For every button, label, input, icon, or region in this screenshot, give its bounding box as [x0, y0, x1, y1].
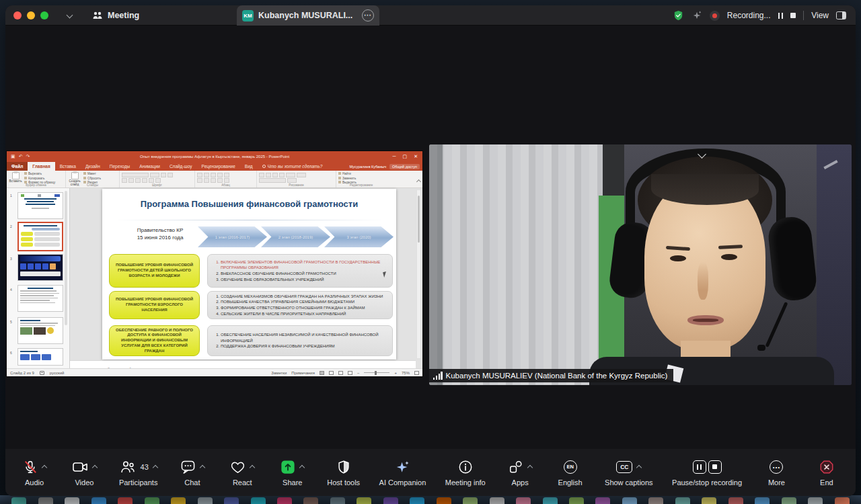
stop-recording-button[interactable]	[790, 13, 796, 18]
chat-options-chevron-icon[interactable]	[200, 465, 205, 470]
video-collapse-chevron-icon[interactable]	[699, 148, 705, 160]
ai-companion-button[interactable]: AI Companion	[379, 459, 426, 487]
react-button[interactable]: React	[227, 459, 258, 487]
interpretation-language-button[interactable]: EN English	[555, 459, 586, 487]
slideshow-view-icon[interactable]	[348, 371, 352, 375]
ppt-minimize-icon[interactable]: ─	[393, 154, 396, 159]
ppt-tab-animations[interactable]: Анимации	[135, 162, 165, 171]
audio-options-chevron-icon[interactable]	[41, 465, 46, 470]
share-options-chevron-icon[interactable]	[299, 465, 305, 470]
thumbnail-scrollbar[interactable]	[65, 191, 67, 325]
ppt-tab-design[interactable]: Дизайн	[81, 162, 105, 171]
macos-dock[interactable]	[0, 495, 861, 504]
font-color-icon[interactable]	[155, 178, 161, 183]
dock-app-icon[interactable]	[755, 497, 770, 504]
dock-app-icon[interactable]	[437, 497, 451, 504]
underline-icon[interactable]	[135, 178, 141, 183]
show-captions-button[interactable]: CC Show captions	[605, 459, 653, 487]
shape-fill-icon[interactable]	[259, 178, 286, 183]
dock-app-icon[interactable]	[224, 497, 239, 504]
grow-font-icon[interactable]	[161, 173, 166, 177]
ppt-paste-button[interactable]: Вставить	[9, 172, 22, 183]
participants-options-chevron-icon[interactable]	[153, 465, 158, 470]
align-center-icon[interactable]	[204, 178, 209, 183]
shape-ellipse-icon[interactable]	[266, 173, 271, 177]
dock-app-icon[interactable]	[569, 497, 584, 504]
quick-styles-icon[interactable]	[297, 173, 306, 177]
ppt-tab-slideshow[interactable]: Слайд-шоу	[165, 162, 197, 171]
indent-decrease-icon[interactable]	[211, 173, 216, 177]
fit-slide-icon[interactable]	[414, 371, 419, 375]
comments-toggle[interactable]: Примечания	[291, 371, 315, 375]
dock-app-icon[interactable]	[702, 497, 716, 504]
fullscreen-window-button[interactable]	[40, 11, 48, 19]
chat-button[interactable]: Chat	[177, 459, 208, 487]
ppt-tab-file[interactable]: Файл	[7, 162, 28, 171]
dock-app-icon[interactable]	[65, 497, 79, 504]
text-shadow-icon[interactable]	[142, 178, 147, 183]
notes-toggle[interactable]: Заметки	[271, 371, 287, 375]
zoom-out-icon[interactable]: −	[357, 371, 360, 375]
dock-app-icon[interactable]	[118, 497, 133, 504]
language-indicator[interactable]: русский	[50, 371, 65, 375]
dock-app-icon[interactable]	[648, 497, 663, 504]
shape-outline-icon[interactable]	[287, 178, 297, 183]
bullets-icon[interactable]	[197, 173, 202, 177]
dock-app-icon[interactable]	[808, 497, 823, 504]
dock-app-icon[interactable]	[91, 497, 106, 504]
ppt-tab-home[interactable]: Главная	[28, 162, 54, 171]
columns-icon[interactable]	[224, 178, 229, 183]
dock-app-icon[interactable]	[410, 497, 424, 504]
reading-view-icon[interactable]	[338, 371, 343, 375]
share-button[interactable]: Share	[277, 459, 308, 487]
font-name-box[interactable]	[122, 173, 149, 177]
dock-app-icon[interactable]	[38, 497, 53, 504]
more-button[interactable]: … More	[761, 459, 792, 487]
dock-app-icon[interactable]	[463, 497, 478, 504]
dock-app-icon[interactable]	[595, 497, 610, 504]
ppt-tab-insert[interactable]: Вставка	[55, 162, 81, 171]
current-slide[interactable]: Программа Повышения финансовой грамотнос…	[102, 189, 396, 360]
video-options-chevron-icon[interactable]	[92, 465, 98, 470]
ppt-tab-review[interactable]: Рецензирование	[197, 162, 240, 171]
spellcheck-icon[interactable]	[40, 371, 44, 375]
italic-icon[interactable]	[128, 178, 134, 183]
slide-thumbnail-4[interactable]	[17, 285, 63, 312]
pause-recording-button[interactable]	[778, 13, 784, 19]
end-meeting-button[interactable]: End	[811, 459, 842, 487]
ppt-share-button[interactable]: Общий доступ	[389, 164, 420, 169]
apps-options-chevron-icon[interactable]	[527, 465, 532, 470]
justify-icon[interactable]	[217, 178, 223, 183]
dock-app-icon[interactable]	[543, 497, 558, 504]
slide-scrollbar[interactable]	[416, 190, 421, 359]
align-left-icon[interactable]	[197, 178, 202, 183]
dock-app-icon[interactable]	[675, 497, 690, 504]
window-menu-chevron-icon[interactable]	[67, 12, 73, 19]
video-button[interactable]: Video	[69, 459, 100, 487]
char-spacing-icon[interactable]	[149, 178, 154, 183]
react-options-chevron-icon[interactable]	[250, 465, 255, 470]
ppt-close-icon[interactable]: ✕	[414, 154, 418, 159]
dock-app-icon[interactable]	[303, 497, 318, 504]
normal-view-icon[interactable]	[320, 371, 324, 375]
ribbon-collapse-chevron-icon[interactable]	[417, 174, 420, 186]
line-spacing-icon[interactable]	[224, 173, 229, 177]
zoom-in-icon[interactable]: +	[394, 371, 397, 375]
dock-app-icon[interactable]	[516, 497, 531, 504]
security-shield-icon[interactable]	[673, 9, 684, 22]
bold-icon[interactable]	[122, 178, 127, 183]
shape-rect-icon[interactable]	[259, 173, 264, 177]
view-layout-icon[interactable]	[836, 11, 846, 19]
arrange-icon[interactable]	[286, 173, 295, 177]
meeting-info-button[interactable]: Meeting info	[445, 459, 486, 487]
slide-thumbnail-2-selected[interactable]	[17, 222, 63, 251]
zoom-slider[interactable]	[364, 372, 389, 374]
dock-app-icon[interactable]	[728, 497, 743, 504]
stop-recording-icon[interactable]	[708, 460, 722, 474]
shrink-font-icon[interactable]	[167, 173, 173, 177]
tab-meeting[interactable]: Meeting	[92, 11, 139, 20]
ai-sparkle-icon[interactable]	[691, 10, 702, 21]
dock-app-icon[interactable]	[383, 497, 398, 504]
dock-app-icon[interactable]	[277, 497, 292, 504]
dock-app-icon[interactable]	[11, 497, 26, 504]
